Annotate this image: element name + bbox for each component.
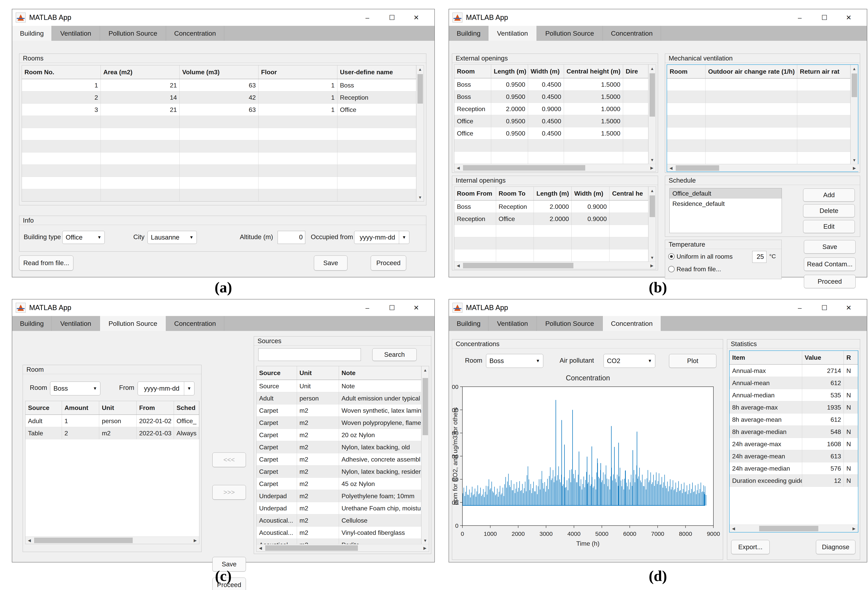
scrollbar-thumb[interactable] bbox=[418, 74, 423, 104]
table-header-cell[interactable]: Note bbox=[339, 366, 421, 380]
table-cell[interactable]: 24h average-mean bbox=[729, 450, 802, 462]
table-cell[interactable] bbox=[454, 152, 491, 164]
search-button[interactable]: Search bbox=[372, 348, 417, 361]
table-cell[interactable]: m2 bbox=[297, 502, 339, 514]
save-button[interactable]: Save bbox=[804, 240, 856, 253]
table-cell[interactable] bbox=[564, 152, 623, 164]
table-cell[interactable]: N bbox=[844, 426, 858, 438]
scroll-left-icon[interactable]: ◀ bbox=[454, 262, 462, 269]
table-cell[interactable]: 1 bbox=[22, 79, 101, 91]
table-cell[interactable]: Carpet bbox=[257, 441, 297, 453]
table-cell[interactable]: m2 bbox=[99, 427, 136, 439]
table-cell[interactable]: Adult bbox=[257, 392, 297, 405]
scroll-right-icon[interactable]: ▶ bbox=[648, 262, 656, 269]
table-cell[interactable] bbox=[101, 140, 180, 153]
table-cell[interactable] bbox=[258, 177, 337, 189]
table-header-cell[interactable]: User-define name bbox=[337, 65, 416, 79]
table-cell[interactable] bbox=[534, 237, 572, 249]
table-cell[interactable] bbox=[706, 152, 797, 164]
table-cell[interactable] bbox=[610, 249, 648, 262]
table-cell[interactable]: m2 bbox=[297, 514, 339, 527]
table-cell[interactable] bbox=[534, 249, 572, 262]
table-cell[interactable] bbox=[496, 237, 534, 249]
table-header-cell[interactable]: Floor bbox=[258, 65, 337, 79]
scroll-up-icon[interactable]: ▲ bbox=[422, 366, 429, 374]
table-cell[interactable] bbox=[610, 200, 648, 213]
scrollbar-thumb[interactable] bbox=[759, 526, 818, 531]
table-header-cell[interactable]: Length (m) bbox=[534, 187, 572, 200]
table-cell[interactable] bbox=[797, 152, 850, 164]
table-header-cell[interactable]: Return air rat bbox=[797, 65, 850, 78]
table-cell[interactable] bbox=[844, 413, 858, 426]
table-cell[interactable]: 3 bbox=[22, 104, 101, 116]
move-right-button[interactable]: >>> bbox=[213, 485, 246, 500]
table-cell[interactable]: N bbox=[844, 389, 858, 401]
close-icon[interactable]: ✕ bbox=[843, 9, 855, 26]
scroll-left-icon[interactable]: ◀ bbox=[667, 164, 675, 172]
table-cell[interactable]: 612 bbox=[802, 413, 844, 426]
tab-concentration[interactable]: Concentration bbox=[166, 26, 224, 41]
tab-building[interactable]: Building bbox=[12, 316, 52, 331]
table-cell[interactable] bbox=[101, 177, 180, 189]
table-header-cell[interactable]: Sched bbox=[174, 401, 199, 415]
maximize-icon[interactable]: ☐ bbox=[386, 9, 398, 26]
table-header-cell[interactable]: Area (m2) bbox=[101, 65, 180, 79]
table-cell[interactable]: Nylon, latex backing, resider bbox=[339, 465, 421, 478]
maximize-icon[interactable]: ☐ bbox=[818, 9, 830, 26]
vertical-scrollbar[interactable]: ▲ ▼ bbox=[421, 366, 429, 544]
table-cell[interactable]: 1.5000 bbox=[564, 78, 623, 91]
table-cell[interactable] bbox=[22, 128, 101, 140]
scroll-down-icon[interactable]: ▼ bbox=[648, 254, 656, 262]
table-cell[interactable] bbox=[22, 177, 101, 189]
tab-pollution-source[interactable]: Pollution Source bbox=[100, 26, 166, 41]
table-cell[interactable] bbox=[667, 115, 706, 128]
table-cell[interactable] bbox=[22, 116, 101, 128]
scrollbar-thumb[interactable] bbox=[650, 196, 655, 217]
table-cell[interactable] bbox=[337, 140, 416, 153]
table-cell[interactable]: Office bbox=[337, 104, 416, 116]
scrollbar-thumb[interactable] bbox=[422, 378, 428, 435]
table-cell[interactable]: 45 oz Nylon bbox=[339, 478, 421, 490]
table-cell[interactable]: m2 bbox=[297, 429, 339, 441]
plot-button[interactable]: Plot bbox=[669, 354, 716, 368]
diagnose-button[interactable]: Diagnose bbox=[816, 540, 855, 554]
table-cell[interactable]: Reception bbox=[496, 200, 534, 213]
table-cell[interactable]: 576 bbox=[802, 462, 844, 475]
tab-pollution-source[interactable]: Pollution Source bbox=[100, 316, 166, 331]
table-header-cell[interactable]: Amount bbox=[62, 401, 99, 415]
tab-ventilation[interactable]: Ventilation bbox=[52, 316, 100, 331]
table-cell[interactable] bbox=[667, 140, 706, 152]
close-icon[interactable]: ✕ bbox=[410, 299, 422, 316]
table-cell[interactable]: Office_ bbox=[174, 415, 199, 427]
table-cell[interactable] bbox=[101, 116, 180, 128]
scroll-up-icon[interactable]: ▲ bbox=[416, 65, 424, 73]
table-header-cell[interactable]: Unit bbox=[297, 366, 339, 380]
table-cell[interactable]: 2.0000 bbox=[534, 213, 572, 225]
table-cell[interactable] bbox=[667, 128, 706, 140]
table-cell[interactable]: 548 bbox=[802, 426, 844, 438]
table-cell[interactable] bbox=[180, 140, 258, 153]
table-cell[interactable]: Reception bbox=[454, 213, 496, 225]
table-cell[interactable] bbox=[623, 78, 648, 91]
table-cell[interactable]: 21 bbox=[101, 104, 180, 116]
table-cell[interactable]: m2 bbox=[297, 490, 339, 502]
table-cell[interactable] bbox=[667, 91, 706, 103]
table-cell[interactable]: 1.5000 bbox=[564, 115, 623, 127]
table-header-cell[interactable]: Volume (m3) bbox=[180, 65, 258, 79]
table-cell[interactable] bbox=[623, 152, 648, 164]
table-cell[interactable] bbox=[180, 128, 258, 140]
table-cell[interactable] bbox=[564, 140, 623, 152]
vertical-scrollbar[interactable]: ▲ ▼ bbox=[648, 187, 656, 262]
table-header-cell[interactable]: From bbox=[137, 401, 174, 415]
table-cell[interactable]: 8h average-median bbox=[729, 426, 802, 438]
table-cell[interactable]: 613 bbox=[802, 450, 844, 462]
table-cell[interactable] bbox=[337, 153, 416, 165]
table-cell[interactable]: Table bbox=[25, 427, 62, 439]
scroll-up-icon[interactable]: ▲ bbox=[648, 65, 656, 72]
table-cell[interactable]: Carpet bbox=[257, 453, 297, 465]
table-cell[interactable]: Woven synthetic, latex lamin bbox=[339, 405, 421, 416]
tab-concentration[interactable]: Concentration bbox=[603, 26, 661, 41]
table-cell[interactable]: 0.9500 bbox=[491, 127, 528, 140]
table-cell[interactable]: 0.9500 bbox=[491, 78, 528, 91]
table-cell[interactable] bbox=[454, 249, 496, 262]
